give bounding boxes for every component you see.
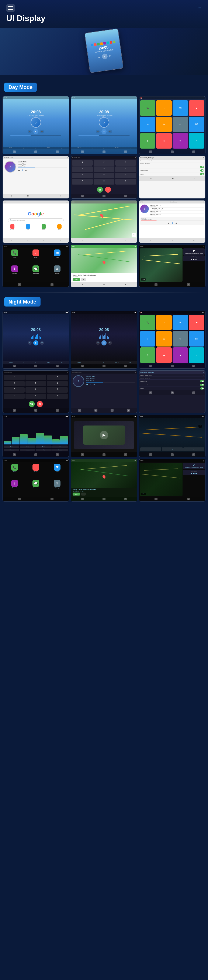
nav-icon-2[interactable]: ○ (171, 151, 173, 153)
dial-6[interactable]: 6 (115, 167, 136, 172)
nav-icon[interactable]: ◁ (82, 239, 83, 241)
app-waze[interactable]: W (156, 331, 172, 347)
nav-icon-1[interactable]: ◁ (13, 151, 16, 153)
track-item[interactable]: 华夏志远_192.mp3 (150, 213, 204, 216)
next-icon[interactable]: ⏭ (195, 473, 197, 474)
eq-preset[interactable]: Jazz (52, 445, 68, 448)
nav-icon[interactable]: □ (193, 239, 194, 241)
app-spotify[interactable]: S (140, 133, 156, 149)
nav-icon-3[interactable]: □ (192, 151, 195, 153)
dial-4[interactable]: 4 (72, 167, 93, 172)
setting-device-pin[interactable]: Device pin: 0000› (139, 162, 205, 165)
nav-icon-1[interactable]: ◁ (149, 151, 152, 153)
app-music[interactable]: ♪ (156, 315, 172, 330)
nav-icon[interactable]: ⌂ (18, 283, 21, 286)
dial-4[interactable]: 4 (4, 381, 25, 387)
bookmark-4[interactable]: Play (52, 224, 67, 230)
prev-btn[interactable]: ⏮ (96, 130, 100, 134)
bookmark-3[interactable]: Drive (36, 224, 51, 230)
eq-preset[interactable]: Classic (4, 449, 19, 451)
cancel-button-night[interactable]: ✕ (81, 493, 86, 496)
app-music[interactable]: ♪ (156, 100, 172, 116)
nav-icon[interactable]: ○ (171, 365, 173, 368)
nav-icon[interactable]: □ (124, 365, 127, 368)
carplay-app-maps[interactable]: 🗺 Maps (47, 250, 67, 264)
map-icon[interactable]: ◎ (187, 283, 190, 286)
phone-icon[interactable]: ☎ (95, 409, 98, 412)
music-icon[interactable]: ♪ (44, 195, 45, 197)
nav-icon[interactable]: ◁ (13, 453, 16, 456)
setting-device-pin[interactable]: Device pin: 0000› (139, 377, 205, 380)
settings-icon[interactable]: ☰ (124, 498, 127, 500)
app-purple[interactable]: ★ (173, 133, 188, 149)
prev-btn[interactable]: ⏮ (28, 130, 32, 134)
carplay-app-music[interactable]: ♪ Music (26, 464, 46, 479)
bookmark-2[interactable]: Maps (20, 224, 35, 230)
refresh-icon[interactable]: ↻ (43, 239, 44, 241)
app-settings[interactable]: ⚙ (173, 117, 188, 132)
end-call-btn[interactable]: ✕ (105, 187, 111, 192)
settings-icon[interactable]: ⚙ (60, 195, 61, 197)
nav-icon[interactable]: ⚙ (50, 283, 54, 286)
toggle-power[interactable] (200, 173, 204, 175)
toggle-auto-answer[interactable] (200, 166, 204, 168)
nav-icon[interactable]: ○ (171, 453, 173, 456)
nav-btn[interactable]: ↻ (162, 447, 183, 451)
eq-preset[interactable]: Rock (36, 445, 52, 448)
bt-icon[interactable]: BT (78, 409, 81, 412)
play-btn[interactable]: ⏸ (33, 340, 38, 345)
dial-hash[interactable]: # (115, 179, 136, 185)
nav-icon[interactable]: ○ (102, 453, 106, 456)
home-icon[interactable]: ⌂ (60, 239, 60, 241)
nav-icon-2[interactable]: ○ (35, 151, 37, 153)
dial-1[interactable]: 1 (4, 375, 25, 380)
prev-btn[interactable]: ⏮ (96, 341, 100, 345)
dial-1[interactable]: 1 (72, 160, 93, 166)
bookmark-1[interactable]: YouTube (5, 224, 19, 230)
dial-3[interactable]: 3 (47, 375, 68, 380)
dial-8[interactable]: 8 (25, 387, 46, 393)
settings-icon[interactable]: ⚙ (127, 409, 130, 412)
play-icon[interactable]: ▶ (193, 258, 195, 260)
toggle-auto-connect[interactable] (200, 384, 204, 386)
phone-icon[interactable]: ☎ (171, 391, 173, 394)
nav-icon[interactable]: ○ (102, 365, 106, 368)
track-item[interactable]: 华夏志远_192.mp3 (150, 205, 204, 208)
eq-preset[interactable]: Dance (52, 449, 68, 451)
prev-icon[interactable]: ⏮ (191, 258, 192, 260)
cancel-button[interactable]: ✕ (81, 278, 86, 281)
play-btn[interactable]: ⏸ (171, 222, 173, 224)
carplay-app-phone[interactable]: 📞 Phone (5, 250, 25, 264)
next-btn[interactable]: ⏭ (108, 130, 112, 134)
dial-6[interactable]: 6 (47, 381, 68, 387)
map-icon[interactable]: ◎ (187, 498, 190, 500)
dial-0[interactable]: 0 (25, 394, 46, 399)
nav-icon[interactable]: ○ (35, 365, 37, 368)
dial-hash[interactable]: # (47, 394, 68, 399)
nav-icon[interactable]: ⊞ (81, 498, 84, 500)
app-cyan[interactable]: ✦ (189, 133, 204, 149)
app-youtube[interactable]: ▶ (189, 315, 204, 330)
setting-auto-connect[interactable]: Auto connect (139, 383, 205, 387)
app-maps[interactable]: 🗺 (173, 315, 188, 330)
nav-btn[interactable]: ↑ (140, 447, 161, 451)
bt-icon[interactable]: BT (150, 178, 152, 179)
nav-icon[interactable]: □ (192, 365, 195, 368)
carplay-app-podcasts[interactable]: 🎙 Podcasts (5, 480, 25, 495)
play-btn[interactable]: ⏸ (101, 129, 107, 134)
menu-icon[interactable] (6, 4, 15, 12)
next-btn[interactable]: ⏭ (40, 341, 44, 345)
nav-icon-1[interactable]: ◁ (81, 151, 84, 153)
gps-icon[interactable]: ◎ (102, 498, 106, 500)
dial-7[interactable]: 7 (4, 387, 25, 393)
track-item[interactable]: 华夏志远_192.mp3 (150, 210, 204, 213)
phone-icon[interactable]: ☎ (172, 178, 174, 179)
dial-8[interactable]: 8 (94, 173, 114, 178)
app-settings[interactable]: ⚙ (173, 331, 188, 347)
nav-icon-3[interactable]: □ (124, 151, 127, 153)
nav-icon[interactable]: □ (56, 409, 59, 412)
music-icon[interactable]: ♪ (194, 178, 195, 179)
play-icon[interactable]: ⏸ (89, 383, 91, 386)
prev-btn[interactable]: ⏮ (168, 222, 170, 224)
setting-power[interactable]: Power (139, 387, 205, 390)
